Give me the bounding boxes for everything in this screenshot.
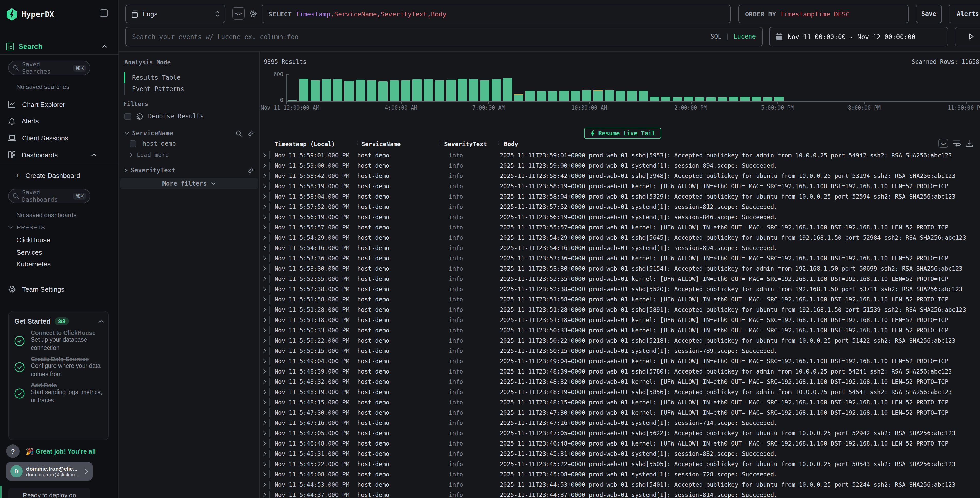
sidebar-collapse-icon[interactable] xyxy=(100,9,108,17)
facet-host-demo[interactable]: host-demo xyxy=(130,140,176,147)
histogram-bar[interactable] xyxy=(695,97,705,101)
histogram-bar[interactable] xyxy=(548,91,557,101)
histogram-bar[interactable] xyxy=(571,91,580,101)
table-row[interactable]: Nov 11 5:54:29.000 PM host-demo info 202… xyxy=(260,233,980,243)
table-row[interactable]: Nov 11 5:58:19.000 PM host-demo info 202… xyxy=(260,181,980,192)
code-view-button[interactable]: <> xyxy=(939,139,948,148)
expand-row-icon[interactable] xyxy=(260,461,269,467)
run-query-button[interactable] xyxy=(955,27,980,46)
expand-row-icon[interactable] xyxy=(260,369,269,374)
pin-icon[interactable] xyxy=(247,130,254,137)
table-row[interactable]: Nov 11 5:48:32.000 PM host-demo info 202… xyxy=(260,377,980,387)
expand-row-icon[interactable] xyxy=(260,307,269,312)
preset-item[interactable]: Services xyxy=(16,246,99,258)
histogram-bar[interactable] xyxy=(480,80,490,101)
histogram-bar[interactable] xyxy=(469,79,478,101)
histogram-bar[interactable] xyxy=(458,78,467,101)
language-lucene[interactable]: Lucene xyxy=(733,33,756,40)
histogram-bar[interactable] xyxy=(310,80,320,101)
histogram-bar[interactable] xyxy=(650,97,659,101)
mode-results-table[interactable]: Results Table xyxy=(132,72,180,83)
histogram-bar[interactable] xyxy=(503,78,512,101)
expand-row-icon[interactable] xyxy=(260,194,269,199)
histogram-bar[interactable] xyxy=(582,90,591,101)
order-by-input[interactable]: ORDER BY TimestampTime DESC xyxy=(738,5,908,23)
load-more-button[interactable]: Load more xyxy=(130,151,169,158)
histogram-bar[interactable] xyxy=(593,90,603,101)
table-row[interactable]: Nov 11 5:47:30.000 PM host-demo info 202… xyxy=(260,407,980,418)
histogram-bar[interactable] xyxy=(673,97,682,101)
saved-dashboards-input[interactable]: Saved Dashboards ⌘K xyxy=(8,189,91,203)
expand-row-icon[interactable] xyxy=(260,441,269,446)
histogram-bar[interactable] xyxy=(740,97,750,101)
expand-row-icon[interactable] xyxy=(260,256,269,261)
download-icon[interactable] xyxy=(966,140,973,147)
sidebar-item-search[interactable]: Search xyxy=(6,39,113,54)
expand-row-icon[interactable] xyxy=(260,492,269,498)
expand-row-icon[interactable] xyxy=(260,184,269,189)
table-row[interactable]: Nov 11 5:45:22.000 PM host-demo info 202… xyxy=(260,459,980,469)
code-view-button[interactable]: <> xyxy=(232,7,245,19)
table-row[interactable]: Nov 11 5:48:15.000 PM host-demo info 202… xyxy=(260,397,980,407)
language-sql[interactable]: SQL xyxy=(710,33,721,40)
sidebar-item-dashboards[interactable]: Dashboards xyxy=(8,149,111,161)
expand-row-icon[interactable] xyxy=(260,338,269,343)
bar-series[interactable] xyxy=(286,74,980,101)
table-row[interactable]: Nov 11 5:57:52.000 PM host-demo info 202… xyxy=(260,202,980,212)
expand-row-icon[interactable] xyxy=(260,472,269,477)
expand-row-icon[interactable] xyxy=(260,204,269,209)
histogram-bar[interactable] xyxy=(774,97,784,101)
query-language-toggle[interactable]: SQL | Lucene xyxy=(710,33,756,40)
histogram-bar[interactable] xyxy=(367,80,376,101)
user-menu[interactable]: D dominic.tran@clic... dominic.tran@clic… xyxy=(6,462,92,480)
histogram-bar[interactable] xyxy=(446,80,455,101)
chevron-up-icon[interactable] xyxy=(91,153,97,156)
expand-row-icon[interactable] xyxy=(260,431,269,436)
expand-row-icon[interactable] xyxy=(260,246,269,251)
table-row[interactable]: Nov 11 5:53:36.000 PM host-demo info 202… xyxy=(260,253,980,263)
filter-group-servicename[interactable]: ServiceName xyxy=(124,129,254,138)
table-row[interactable]: Nov 11 5:59:01.000 PM host-demo info 202… xyxy=(260,150,980,161)
expand-row-icon[interactable] xyxy=(260,153,269,158)
table-row[interactable]: Nov 11 5:48:39.000 PM host-demo info 202… xyxy=(260,366,980,377)
histogram-bar[interactable] xyxy=(684,97,693,101)
expand-row-icon[interactable] xyxy=(260,173,269,179)
chevron-up-icon[interactable] xyxy=(102,45,107,48)
expand-row-icon[interactable] xyxy=(260,420,269,425)
saved-searches-input[interactable]: Saved Searches ⌘K xyxy=(8,61,91,75)
wrap-lines-icon[interactable] xyxy=(953,140,961,147)
histogram-bar[interactable] xyxy=(514,94,523,101)
source-settings-button[interactable] xyxy=(247,7,259,19)
column-header-body[interactable]: Body xyxy=(504,140,518,148)
histogram-bar[interactable] xyxy=(492,79,501,101)
denoise-filter[interactable]: Denoise Results xyxy=(124,113,204,120)
expand-row-icon[interactable] xyxy=(260,287,269,292)
date-range-picker[interactable]: Nov 11 00:00:00 - Nov 12 00:00:00 xyxy=(769,27,948,46)
preset-item[interactable]: ClickHouse xyxy=(16,234,99,246)
table-row[interactable]: Nov 11 5:50:33.000 PM host-demo info 202… xyxy=(260,325,980,335)
expand-row-icon[interactable] xyxy=(260,225,269,230)
histogram-bar[interactable] xyxy=(379,81,388,101)
histogram-bar[interactable] xyxy=(288,101,297,101)
create-dashboard-button[interactable]: + Create Dashboard xyxy=(16,170,118,181)
logo[interactable]: HyperDX xyxy=(6,8,54,21)
table-row[interactable]: Nov 11 5:58:42.000 PM host-demo info 202… xyxy=(260,171,980,181)
column-resize-handle[interactable]: ⋮⋮ xyxy=(496,140,504,145)
expand-row-icon[interactable] xyxy=(260,318,269,322)
expand-row-icon[interactable] xyxy=(260,297,269,302)
histogram-bar[interactable] xyxy=(299,79,309,101)
column-header-severitytext[interactable]: SeverityText xyxy=(444,140,487,148)
histogram-bar[interactable] xyxy=(525,90,535,101)
facet-checkbox[interactable] xyxy=(130,140,136,147)
table-row[interactable]: Nov 11 5:45:31.000 PM host-demo info 202… xyxy=(260,449,980,459)
search-events-input[interactable]: Search your events w/ Lucene ex. column:… xyxy=(126,27,762,46)
expand-row-icon[interactable] xyxy=(260,276,269,281)
table-row[interactable]: Nov 11 5:48:19.000 PM host-demo info 202… xyxy=(260,387,980,397)
search-icon[interactable] xyxy=(235,130,242,137)
sidebar-item-chart-explorer[interactable]: Chart Explorer xyxy=(8,99,111,110)
table-row[interactable]: Nov 11 5:47:05.000 PM host-demo info 202… xyxy=(260,428,980,438)
expand-row-icon[interactable] xyxy=(260,328,269,333)
histogram-bar[interactable] xyxy=(559,91,569,101)
results-histogram[interactable]: 600 0 Nov 11 12:00:00 AM4:00:00 AM7:00:0… xyxy=(260,52,980,114)
sidebar-item-alerts[interactable]: Alerts xyxy=(8,115,111,126)
